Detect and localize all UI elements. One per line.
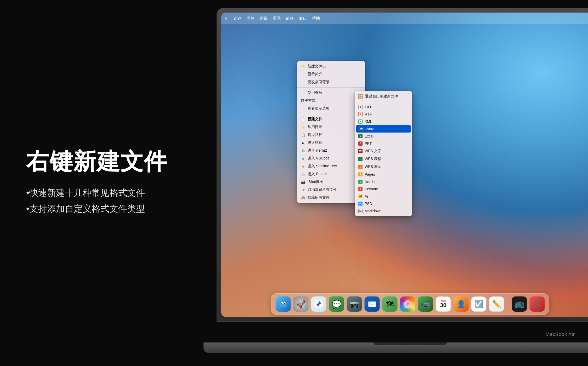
dock-divider [508,298,508,311]
context-menu-secondary: 🪟 通过窗口创建新文件 T TXT R RTF X XML [355,91,412,216]
pages-icon: P [358,172,363,176]
macbook:  访达 文件 编辑 显示 前往 窗口 帮助 📁 新建文件夹 显示简介 [217,8,588,353]
hide-all-icon: 🙈 [301,195,306,200]
excel-icon: X [358,134,363,138]
new-file-icon: 📄 [301,117,306,122]
menu-psd[interactable]: Ps PSD [355,200,412,207]
menu-show-info[interactable]: 显示简介 [297,70,365,78]
ppt-icon: P [358,141,363,146]
sec-divider-1 [355,102,412,102]
dock-photos[interactable]: 🌸 [400,296,415,312]
menubar-window[interactable]: 窗口 [299,16,307,21]
xml-icon: X [358,119,363,124]
dock-mail[interactable]: ✉️ [365,296,380,312]
menu-new-folder[interactable]: 📁 新建文件夹 [297,62,365,70]
bullet-item-2: •支持添加自定义格式文件类型 [26,201,173,217]
rtf-icon: R [358,112,363,116]
copy-icon: 📋 [301,133,306,137]
svg-point-4 [284,303,285,304]
ishot-icon: 📸 [301,180,306,184]
left-panel: 右键新建文件 •快速新建十几种常见格式文件 •支持添加自定义格式文件类型 [26,149,173,217]
dock-safari[interactable] [311,296,326,312]
sublime-icon: ◆ [301,164,306,169]
dock-maps[interactable]: 🗺 [382,296,398,312]
apple-logo-icon:  [225,16,227,21]
dock-finder[interactable] [276,296,291,312]
menu-txt[interactable]: T TXT [355,103,412,111]
menubar-edit[interactable]: 编辑 [260,16,268,21]
menu-xml[interactable]: X XML [355,118,412,125]
menubar-finder[interactable]: 访达 [234,16,241,21]
menu-change-wallpaper[interactable]: 更改桌面背景... [297,78,365,86]
wps-spreadsheet-icon: S [358,157,363,161]
menu-keynote[interactable]: K Keynote [355,185,412,193]
menubar-view[interactable]: 显示 [273,16,281,21]
dock: 🚀 💬 📷 ✉️ 🗺 🌸 [271,293,549,315]
window-icon: 🪟 [358,94,363,99]
dock-screenshot[interactable]: 📷 [347,296,362,312]
word-icon: W [359,127,364,131]
dock-facetime[interactable]: 📹 [418,296,433,312]
bullet-list: •快速新建十几种常见格式文件 •支持添加自定义格式文件类型 [26,185,173,217]
menu-word[interactable]: W Word [356,125,411,133]
dock-appletv[interactable]: 📺 [512,296,527,312]
dock-messages[interactable]: 💬 [329,296,344,312]
emacs-icon: ◎ [301,172,306,176]
menubar:  访达 文件 编辑 显示 前往 窗口 帮助 [221,13,588,24]
iterm-icon: 🖥 [301,148,306,153]
svg-point-3 [281,303,282,304]
ai-icon: Ai [358,194,363,198]
menu-wps-presentation[interactable]: D WPS 演示 [355,163,412,171]
wps-presentation-icon: D [358,165,363,169]
main-title: 右键新建文件 [26,149,173,174]
menubar-file[interactable]: 文件 [247,16,255,21]
vscode-icon: ◈ [301,156,306,161]
dock-music[interactable]: 🎵 [530,296,545,312]
macbook-base [203,342,588,353]
wps-writer-icon: W [358,149,363,153]
menu-pages[interactable]: P Pages [355,171,412,178]
menu-excel[interactable]: X Excel [355,133,412,140]
dock-freeform[interactable]: ✏️ [489,296,504,312]
menu-ppt[interactable]: P PPT [355,140,412,147]
menu-create-via-window[interactable]: 🪟 通过窗口创建新文件 [355,93,412,100]
recent-icon: ⭐ [301,125,306,129]
keynote-icon: K [358,187,363,191]
macbook-label: MacBook Air [546,332,575,337]
menu-wps-writer[interactable]: W WPS 文字 [355,147,412,155]
menubar-go[interactable]: 前往 [286,16,294,21]
dock-calendar[interactable]: SUN 30 [436,296,451,312]
markdown-icon: M [358,209,363,213]
txt-icon: T [358,105,363,109]
macbook-body:  访达 文件 编辑 显示 前往 窗口 帮助 📁 新建文件夹 显示简介 [217,8,588,322]
dock-contacts[interactable]: 👤 [454,296,469,312]
dock-reminders[interactable]: ☑️ [471,296,487,312]
screen:  访达 文件 编辑 显示 前往 窗口 帮助 📁 新建文件夹 显示简介 [221,13,588,317]
dock-launchpad[interactable]: 🚀 [293,296,309,312]
bullet-item-1: •快速新建十几种常见格式文件 [26,185,173,201]
menu-rtf[interactable]: R RTF [355,111,412,118]
psd-icon: Ps [358,202,363,206]
menu-markdown[interactable]: M Markdown [355,207,412,215]
show-hidden-icon: 👁 [301,187,306,192]
menu-numbers[interactable]: # Numbers [355,178,412,185]
menu-ai[interactable]: Ai Ai [355,193,412,200]
menu-wps-spreadsheet[interactable]: S WPS 表格 [355,155,412,163]
terminal-icon: ▶ [301,140,306,145]
folder-icon: 📁 [301,64,306,69]
numbers-icon: # [358,180,363,184]
divider-1 [297,87,365,88]
menubar-help[interactable]: 帮助 [312,16,320,21]
